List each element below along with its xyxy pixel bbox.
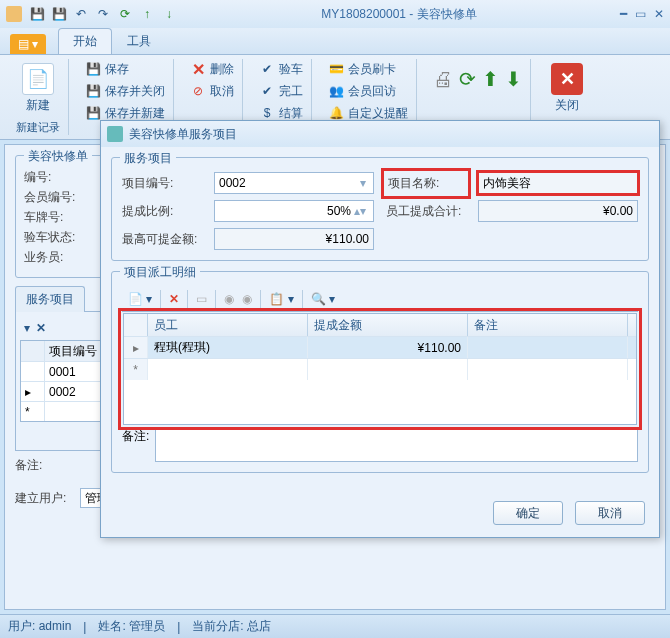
up-icon[interactable]: ⬆ — [482, 67, 499, 91]
bg-row2[interactable]: 0002 — [45, 382, 105, 401]
ratio-label: 提成比例: — [122, 203, 202, 220]
next-icon[interactable]: ↓ — [160, 5, 178, 23]
remark-label: 备注: — [15, 457, 42, 474]
dialog-icon — [107, 126, 123, 142]
new-row-indicator-icon: * — [124, 359, 148, 380]
save-button[interactable]: 💾保存 — [85, 59, 165, 79]
delete-row-icon[interactable]: ✕ — [36, 321, 46, 335]
ribbon-tabs: ▤ ▾ 开始 工具 — [0, 28, 670, 54]
member-no-label: 会员编号: — [24, 189, 80, 206]
cancel-button[interactable]: 取消 — [575, 501, 645, 525]
delete-button[interactable]: ✕删除 — [190, 59, 234, 79]
proj-name-label: 项目名称: — [386, 173, 466, 194]
new-row-icon[interactable]: 📄 ▾ — [128, 292, 152, 306]
status-name-label: 姓名: — [98, 619, 129, 633]
redo-icon[interactable]: ↷ — [94, 5, 112, 23]
chevron-down-icon: ▾ — [357, 176, 369, 190]
card-icon: 💳 — [328, 61, 344, 77]
table-row[interactable]: ▸ 程琪(程琪) ¥110.00 — [124, 336, 636, 358]
minimize-icon[interactable]: ━ — [620, 7, 627, 21]
bg-row1[interactable]: 0001 — [45, 362, 105, 381]
refresh-icon[interactable]: ⟳ — [459, 67, 476, 91]
member-visit-button[interactable]: 👥会员回访 — [328, 81, 408, 101]
status-user-label: 用户: — [8, 619, 39, 633]
spinner-icon[interactable]: ▴▾ — [351, 204, 369, 218]
inspect-icon: ✔ — [259, 61, 275, 77]
copy-icon[interactable]: ▭ — [196, 292, 207, 306]
col-emp[interactable]: 员工 — [148, 314, 308, 336]
refresh-icon[interactable]: ⟳ — [116, 5, 134, 23]
delete-row-icon[interactable]: ✕ — [169, 292, 179, 306]
status-name: 管理员 — [129, 619, 165, 633]
dlg-remark-label: 备注: — [122, 428, 149, 445]
window-title: MY1808200001 - 美容快修单 — [184, 6, 614, 23]
new-button[interactable]: 📄 新建 — [16, 59, 60, 118]
plate-label: 车牌号: — [24, 209, 80, 226]
undo-icon[interactable]: ↶ — [72, 5, 90, 23]
max-amount-label: 最高可提金额: — [122, 231, 202, 248]
cell-amount[interactable]: ¥110.00 — [308, 337, 468, 358]
complete-icon: ✔ — [259, 83, 275, 99]
status-branch-label: 当前分店: — [192, 619, 247, 633]
fs2-legend: 项目派工明细 — [120, 264, 200, 281]
group-new-caption: 新建记录 — [16, 120, 60, 135]
save-icon: 💾 — [85, 61, 101, 77]
save-close-icon: 💾 — [85, 83, 101, 99]
cell-remark[interactable] — [468, 337, 628, 358]
save-close-button[interactable]: 💾保存并关闭 — [85, 81, 165, 101]
dlg-remark-input[interactable] — [155, 428, 638, 462]
status-bar: 用户: admin | 姓名: 管理员 | 当前分店: 总店 — [0, 614, 670, 638]
bg-row-new[interactable] — [45, 402, 105, 421]
export-icon[interactable]: 📋 ▾ — [269, 292, 293, 306]
emp-total-label: 员工提成合计: — [386, 203, 466, 220]
close-button[interactable]: ✕ 关闭 — [547, 59, 587, 118]
nav-last-icon[interactable]: ◉ — [242, 292, 252, 306]
status-user: admin — [39, 619, 72, 633]
prev-icon[interactable]: ↑ — [138, 5, 156, 23]
settle-icon: $ — [259, 105, 275, 121]
nav-first-icon[interactable]: ◉ — [224, 292, 234, 306]
save-new-icon: 💾 — [85, 105, 101, 121]
down-icon[interactable]: ⬇ — [505, 67, 522, 91]
inspect-button[interactable]: ✔验车 — [259, 59, 303, 79]
emp-total-input: ¥0.00 — [478, 200, 638, 222]
cancel-icon: ⊘ — [190, 83, 206, 99]
maximize-icon[interactable]: ▭ — [635, 7, 646, 21]
proj-no-input[interactable]: 0002▾ — [214, 172, 374, 194]
tab-service[interactable]: 服务项目 — [15, 286, 85, 312]
col-proj-no: 项目编号 — [45, 341, 105, 361]
col-amount[interactable]: 提成金额 — [308, 314, 468, 336]
grid-toolbar: 📄 ▾ ✕ ▭ ◉ ◉ 📋 ▾ 🔍 ▾ — [122, 286, 638, 312]
titlebar: 💾 💾 ↶ ↷ ⟳ ↑ ↓ MY1808200001 - 美容快修单 ━ ▭ ✕ — [0, 0, 670, 28]
close-label: 关闭 — [555, 97, 579, 114]
new-row-icon[interactable]: ▾ — [24, 321, 30, 335]
cancel-button[interactable]: ⊘取消 — [190, 81, 234, 101]
tab-start[interactable]: 开始 — [58, 28, 112, 54]
ratio-input[interactable]: 50%▴▾ — [214, 200, 374, 222]
assign-grid[interactable]: 员工 提成金额 备注 ▸ 程琪(程琪) ¥110.00 * — [123, 313, 637, 425]
app-icon — [6, 6, 22, 22]
app-menu-button[interactable]: ▤ ▾ — [10, 34, 46, 54]
new-label: 新建 — [26, 97, 50, 114]
new-icon: 📄 — [22, 63, 54, 95]
tab-tools[interactable]: 工具 — [112, 28, 166, 54]
bell-icon: 🔔 — [328, 105, 344, 121]
max-amount-input: ¥110.00 — [214, 228, 374, 250]
dialog-service-item: 美容快修单服务项目 服务项目 项目编号: 0002▾ 项目名称: 内饰美容 提成… — [100, 120, 660, 538]
dialog-title: 美容快修单服务项目 — [129, 126, 237, 143]
member-card-button[interactable]: 💳会员刷卡 — [328, 59, 408, 79]
cell-emp[interactable]: 程琪(程琪) — [148, 337, 308, 358]
save-icon[interactable]: 💾 — [28, 5, 46, 23]
close-x-icon: ✕ — [551, 63, 583, 95]
complete-button[interactable]: ✔完工 — [259, 81, 303, 101]
close-icon[interactable]: ✕ — [654, 7, 664, 21]
fieldset-service: 服务项目 项目编号: 0002▾ 项目名称: 内饰美容 提成比例: 50%▴▾ … — [111, 157, 649, 261]
create-user-label: 建立用户: — [15, 490, 66, 507]
print-icon[interactable]: 🖨 — [433, 68, 453, 91]
delete-icon: ✕ — [190, 61, 206, 77]
save-close-icon[interactable]: 💾 — [50, 5, 68, 23]
ok-button[interactable]: 确定 — [493, 501, 563, 525]
table-row-new[interactable]: * — [124, 358, 636, 380]
search-icon[interactable]: 🔍 ▾ — [311, 292, 335, 306]
col-remark[interactable]: 备注 — [468, 314, 628, 336]
